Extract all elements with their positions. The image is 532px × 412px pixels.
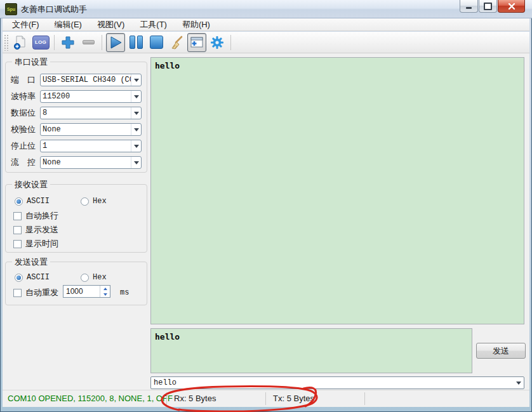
resend-interval-value[interactable]: 1000: [63, 286, 100, 297]
stopbits-select[interactable]: 1: [40, 140, 142, 152]
send-settings-title: 发送设置: [12, 256, 50, 268]
chevron-down-icon[interactable]: [131, 74, 141, 86]
minus-icon: [83, 40, 95, 44]
menu-bar: 文件(F) 编辑(E) 视图(V) 工具(T) 帮助(H): [3, 18, 529, 31]
maximize-icon: [484, 3, 492, 10]
stopbits-label: 停止位: [11, 140, 40, 152]
show-send-label: 显示发送: [25, 224, 58, 236]
settings-button[interactable]: [208, 33, 227, 52]
app-window: Spu 友善串口调试助手 文件(F) 编辑(E) 视图(V) 工具(T) 帮助(…: [0, 0, 532, 412]
auto-newline-label: 自动换行: [25, 210, 58, 222]
clear-button[interactable]: [167, 33, 186, 52]
toolbar-separator: [230, 35, 231, 50]
send-button[interactable]: 发送: [476, 343, 526, 359]
menu-file[interactable]: 文件(F): [6, 18, 45, 31]
maximize-button[interactable]: [479, 0, 497, 13]
chevron-down-icon[interactable]: [514, 382, 524, 385]
close-icon: [508, 3, 515, 10]
toggle-panel-button[interactable]: [187, 33, 206, 52]
menu-view[interactable]: 视图(V): [91, 18, 130, 31]
send-terminal[interactable]: hello: [150, 328, 472, 373]
status-divider: [166, 392, 167, 405]
menu-tools[interactable]: 工具(T): [134, 18, 173, 31]
tx-hex-label: Hex: [93, 273, 107, 282]
pause-icon: [130, 36, 143, 49]
send-text: hello: [155, 332, 180, 342]
baudrate-label: 波特率: [11, 91, 40, 102]
show-time-label: 显示时间: [25, 238, 58, 249]
send-settings-group: 发送设置 ASCII Hex 自动重发 1000 ms: [5, 262, 147, 305]
port-select[interactable]: USB-SERIAL CH340 (COM10: [40, 74, 142, 86]
tx-ascii-radio[interactable]: [15, 274, 23, 282]
show-time-checkbox[interactable]: [13, 240, 22, 248]
remove-button[interactable]: [79, 33, 98, 52]
stop-button[interactable]: [147, 33, 166, 52]
auto-resend-label: 自动重发: [25, 287, 58, 298]
toolbar-grip[interactable]: [4, 34, 8, 51]
resend-interval-stepper[interactable]: 1000: [63, 285, 110, 298]
menu-edit[interactable]: 编辑(E): [49, 18, 88, 31]
log-icon: LOG: [32, 36, 50, 50]
send-history-combobox[interactable]: hello: [150, 376, 524, 389]
tx-hex-radio[interactable]: [81, 274, 89, 282]
chevron-down-icon[interactable]: [131, 124, 141, 135]
receive-settings-title: 接收设置: [12, 179, 50, 190]
toolbar-separator: [102, 35, 102, 50]
show-send-checkbox[interactable]: [13, 226, 22, 234]
serial-settings-group: 串口设置 端 口 USB-SERIAL CH340 (COM10 波特率 115…: [5, 62, 147, 173]
parity-label: 校验位: [11, 124, 40, 135]
rx-bytes-status: Rx: 5 Bytes: [174, 394, 216, 403]
flowcontrol-label: 流 控: [11, 157, 40, 168]
new-session-button[interactable]: [11, 33, 30, 52]
gear-icon: [210, 36, 224, 50]
stepper-buttons[interactable]: [100, 286, 110, 297]
stop-icon: [150, 36, 163, 49]
app-icon: Spu: [5, 3, 17, 15]
toolbar-separator: [54, 35, 55, 50]
minimize-button[interactable]: [460, 0, 478, 13]
ms-unit-label: ms: [120, 288, 129, 297]
step-up-icon[interactable]: [100, 286, 110, 291]
status-divider: [364, 392, 365, 405]
add-button[interactable]: [58, 33, 77, 52]
chevron-down-icon[interactable]: [131, 107, 141, 119]
rx-hex-label: Hex: [93, 197, 107, 206]
databits-label: 数据位: [11, 107, 40, 119]
play-icon: [109, 36, 123, 50]
receive-text: hello: [155, 61, 180, 70]
chevron-down-icon[interactable]: [131, 91, 141, 102]
auto-newline-checkbox[interactable]: [13, 212, 22, 220]
databits-select[interactable]: 8: [40, 107, 142, 119]
parity-select[interactable]: None: [40, 123, 142, 136]
plus-icon: [61, 36, 75, 50]
tx-ascii-label: ASCII: [27, 273, 50, 282]
panel-plus-icon: [190, 36, 204, 49]
serial-settings-title: 串口设置: [12, 56, 50, 68]
minimize-icon: [466, 7, 472, 9]
baudrate-select[interactable]: 115200: [40, 90, 142, 103]
close-button[interactable]: [498, 0, 525, 13]
chevron-down-icon[interactable]: [131, 140, 141, 152]
port-label: 端 口: [11, 74, 40, 86]
chevron-down-icon[interactable]: [131, 157, 141, 168]
rx-ascii-label: ASCII: [27, 197, 50, 206]
receive-terminal[interactable]: hello: [150, 57, 524, 324]
broom-icon: [169, 35, 184, 50]
tx-bytes-status: Tx: 5 Bytes: [273, 394, 314, 403]
rx-ascii-radio[interactable]: [15, 197, 23, 206]
status-divider: [265, 392, 266, 405]
send-history-value[interactable]: hello: [151, 378, 514, 387]
title-bar[interactable]: Spu 友善串口调试助手: [0, 0, 532, 18]
auto-resend-checkbox[interactable]: [13, 289, 22, 297]
rx-hex-radio[interactable]: [81, 197, 89, 206]
flowcontrol-select[interactable]: None: [40, 156, 142, 169]
window-title: 友善串口调试助手: [21, 4, 87, 15]
log-button[interactable]: LOG: [31, 33, 50, 52]
connection-status: COM10 OPENED, 115200, 8, NONE, 1, OFF: [8, 394, 173, 403]
pause-button[interactable]: [126, 33, 145, 52]
start-button[interactable]: [106, 33, 125, 52]
step-down-icon[interactable]: [100, 291, 110, 297]
status-bar: COM10 OPENED, 115200, 8, NONE, 1, OFF Rx…: [3, 390, 529, 407]
client-area: 串口设置 端 口 USB-SERIAL CH340 (COM10 波特率 115…: [3, 53, 529, 407]
menu-help[interactable]: 帮助(H): [176, 18, 216, 31]
